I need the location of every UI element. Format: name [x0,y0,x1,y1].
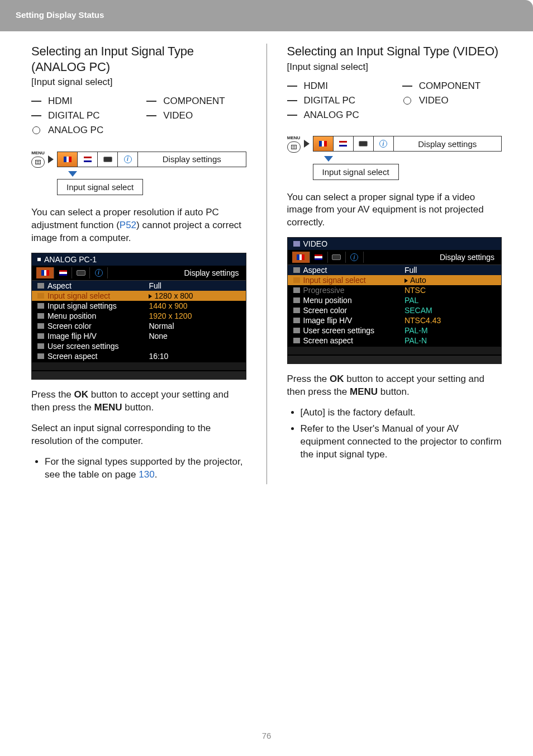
tab-info-icon: i [118,152,138,167]
signal-item: HDMI [31,96,131,107]
list-item: Refer to the User's Manual of your AV eq… [301,423,502,461]
circle-icon [403,97,411,105]
osd-screenshot-right: VIDEO i Display settings AspectFullInput… [287,237,502,364]
body-text: You can select a proper signal type if a… [287,191,502,230]
callout-input-signal: Input signal select [313,164,399,180]
section-title-right: Selecting an Input Signal Type (VIDEO) [287,44,502,59]
osd-row: Input signal selectAuto [288,275,502,285]
osd-row: User screen settingsPAL-M [288,325,502,336]
tab-system-icon [354,136,374,151]
dash-icon [287,86,297,87]
page-header: Setting Display Status [0,0,533,31]
menu-path-left: MENU i Display settings [31,150,246,168]
osd-tabs: i Display settings [32,266,246,281]
dash-icon [31,101,41,102]
left-column: Selecting an Input Signal Type (ANALOG P… [31,44,246,484]
dash-icon [146,115,156,116]
right-column: Selecting an Input Signal Type (VIDEO) [… [287,44,502,484]
osd-title: VIDEO [288,238,502,250]
osd-row: Screen colorNormal [32,321,246,331]
signal-item: ANALOG PC [287,110,387,121]
accept-text: Press the OK button to accept your setti… [287,373,502,399]
signal-list-left: HDMI DIGITAL PC ANALOG PC COMPONENT VIDE… [31,96,246,139]
menu-button-icon: MENU [31,150,45,168]
header-title: Setting Display Status [16,10,104,20]
tab-info-icon: i [374,136,394,151]
body-text: Select an input signal corresponding to … [31,422,246,448]
osd-screenshot-left: ANALOG PC-1 i Display settings AspectFul… [31,253,246,380]
subtitle-left: [Input signal select] [31,77,246,88]
osd-row: AspectFull [32,281,246,291]
dash-icon [146,101,156,102]
osd-row: User screen settings [32,341,246,351]
column-divider [266,44,267,484]
circle-icon [32,126,40,134]
tab-image-icon [78,152,98,167]
signal-item: DIGITAL PC [287,95,387,106]
arrow-right-icon [48,155,54,163]
osd-row: Screen aspectPAL-N [288,336,502,346]
osd-row: ProgressiveNTSC [288,285,502,295]
dash-icon [402,86,412,87]
page-number: 76 [0,731,533,740]
tab-system-icon [98,152,118,167]
arrow-right-icon [304,140,310,148]
osd-row: Screen aspect16:10 [32,351,246,361]
arrow-down-icon [324,156,333,162]
list-item: For the signal types supported by the pr… [45,456,246,481]
signal-item: DIGITAL PC [31,110,131,121]
tab-bar: i Display settings [313,136,502,152]
bullet-list: For the signal types supported by the pr… [31,456,246,481]
signal-item: COMPONENT [402,81,502,92]
osd-row: Menu positionPAL [288,295,502,305]
tab-label: Display settings [138,152,246,167]
tab-display-icon [58,152,78,167]
tab-image-icon [334,136,354,151]
osd-title: ANALOG PC-1 [32,253,246,266]
dash-icon [287,100,297,101]
arrow-down-icon [68,171,77,177]
body-text: You can select a proper resolution if au… [31,206,246,245]
signal-item: COMPONENT [146,96,246,107]
link-p52[interactable]: P52 [120,220,136,230]
signal-item: VIDEO [402,95,502,106]
osd-tabs: i Display settings [288,250,502,265]
osd-row: Input signal settings1440 x 900 [32,301,246,311]
section-title-left: Selecting an Input Signal Type (ANALOG P… [31,44,246,74]
tab-bar: i Display settings [57,152,246,167]
bullet-list: [Auto] is the factory default. Refer to … [287,407,502,461]
osd-row: AspectFull [288,265,502,275]
accept-text: Press the OK button to accept your setti… [31,389,246,414]
signal-item: VIDEO [146,110,246,121]
osd-row: Image flip H/VNTSC4.43 [288,315,502,325]
list-item: [Auto] is the factory default. [301,407,502,419]
tab-label: Display settings [394,136,502,151]
osd-row: Image flip H/VNone [32,331,246,341]
menu-path-right: MENU i Display settings [287,135,502,153]
signal-list-right: HDMI DIGITAL PC ANALOG PC COMPONENT VIDE… [287,81,502,124]
tab-display-icon [313,136,334,151]
callout-input-signal: Input signal select [57,179,143,195]
osd-row: Input signal select1280 x 800 [32,291,246,301]
signal-item: HDMI [287,81,387,92]
signal-item: ANALOG PC [31,125,131,136]
osd-row: Menu position1920 x 1200 [32,311,246,321]
dash-icon [287,115,297,116]
osd-row: Screen colorSECAM [288,305,502,315]
dash-icon [31,115,41,116]
link-130[interactable]: 130 [139,469,154,480]
subtitle-right: [Input signal select] [287,62,502,73]
menu-button-icon: MENU [287,135,301,153]
